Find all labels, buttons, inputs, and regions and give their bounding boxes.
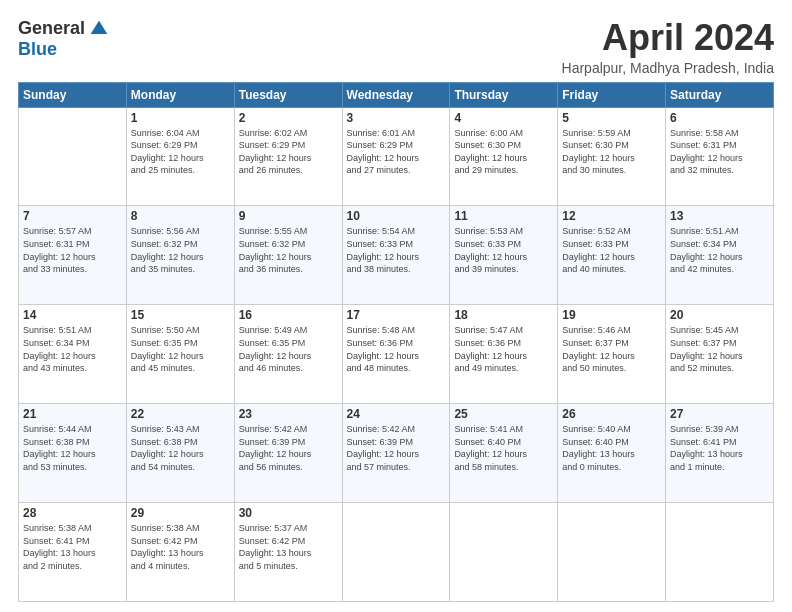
day-number: 2 — [239, 111, 338, 125]
day-info: Sunrise: 5:59 AM Sunset: 6:30 PM Dayligh… — [562, 127, 661, 177]
calendar-cell: 30Sunrise: 5:37 AM Sunset: 6:42 PM Dayli… — [234, 503, 342, 602]
day-number: 30 — [239, 506, 338, 520]
day-info: Sunrise: 5:56 AM Sunset: 6:32 PM Dayligh… — [131, 225, 230, 275]
calendar-cell: 6Sunrise: 5:58 AM Sunset: 6:31 PM Daylig… — [666, 107, 774, 206]
day-number: 13 — [670, 209, 769, 223]
calendar-cell: 26Sunrise: 5:40 AM Sunset: 6:40 PM Dayli… — [558, 404, 666, 503]
day-number: 4 — [454, 111, 553, 125]
calendar-cell — [19, 107, 127, 206]
calendar-cell: 27Sunrise: 5:39 AM Sunset: 6:41 PM Dayli… — [666, 404, 774, 503]
day-info: Sunrise: 5:41 AM Sunset: 6:40 PM Dayligh… — [454, 423, 553, 473]
calendar-cell: 2Sunrise: 6:02 AM Sunset: 6:29 PM Daylig… — [234, 107, 342, 206]
day-number: 15 — [131, 308, 230, 322]
day-info: Sunrise: 6:01 AM Sunset: 6:29 PM Dayligh… — [347, 127, 446, 177]
day-number: 7 — [23, 209, 122, 223]
day-info: Sunrise: 5:38 AM Sunset: 6:42 PM Dayligh… — [131, 522, 230, 572]
day-info: Sunrise: 5:55 AM Sunset: 6:32 PM Dayligh… — [239, 225, 338, 275]
svg-marker-0 — [91, 20, 108, 33]
day-number: 24 — [347, 407, 446, 421]
week-row-3: 21Sunrise: 5:44 AM Sunset: 6:38 PM Dayli… — [19, 404, 774, 503]
day-number: 29 — [131, 506, 230, 520]
day-info: Sunrise: 6:00 AM Sunset: 6:30 PM Dayligh… — [454, 127, 553, 177]
day-number: 5 — [562, 111, 661, 125]
day-info: Sunrise: 5:45 AM Sunset: 6:37 PM Dayligh… — [670, 324, 769, 374]
day-info: Sunrise: 5:39 AM Sunset: 6:41 PM Dayligh… — [670, 423, 769, 473]
day-info: Sunrise: 5:47 AM Sunset: 6:36 PM Dayligh… — [454, 324, 553, 374]
day-number: 16 — [239, 308, 338, 322]
day-number: 17 — [347, 308, 446, 322]
day-info: Sunrise: 5:40 AM Sunset: 6:40 PM Dayligh… — [562, 423, 661, 473]
calendar-cell: 1Sunrise: 6:04 AM Sunset: 6:29 PM Daylig… — [126, 107, 234, 206]
calendar-cell: 12Sunrise: 5:52 AM Sunset: 6:33 PM Dayli… — [558, 206, 666, 305]
calendar-cell: 23Sunrise: 5:42 AM Sunset: 6:39 PM Dayli… — [234, 404, 342, 503]
logo: General Blue — [18, 18, 109, 60]
logo-icon — [89, 19, 109, 39]
day-number: 21 — [23, 407, 122, 421]
day-number: 19 — [562, 308, 661, 322]
calendar-cell: 24Sunrise: 5:42 AM Sunset: 6:39 PM Dayli… — [342, 404, 450, 503]
weekday-header-tuesday: Tuesday — [234, 82, 342, 107]
calendar-cell: 18Sunrise: 5:47 AM Sunset: 6:36 PM Dayli… — [450, 305, 558, 404]
calendar-cell — [450, 503, 558, 602]
day-info: Sunrise: 5:58 AM Sunset: 6:31 PM Dayligh… — [670, 127, 769, 177]
calendar-cell: 15Sunrise: 5:50 AM Sunset: 6:35 PM Dayli… — [126, 305, 234, 404]
day-info: Sunrise: 5:48 AM Sunset: 6:36 PM Dayligh… — [347, 324, 446, 374]
calendar-cell: 25Sunrise: 5:41 AM Sunset: 6:40 PM Dayli… — [450, 404, 558, 503]
day-info: Sunrise: 5:51 AM Sunset: 6:34 PM Dayligh… — [670, 225, 769, 275]
day-number: 26 — [562, 407, 661, 421]
calendar-cell: 19Sunrise: 5:46 AM Sunset: 6:37 PM Dayli… — [558, 305, 666, 404]
day-number: 18 — [454, 308, 553, 322]
day-number: 9 — [239, 209, 338, 223]
weekday-header-monday: Monday — [126, 82, 234, 107]
day-info: Sunrise: 5:38 AM Sunset: 6:41 PM Dayligh… — [23, 522, 122, 572]
logo-blue-text: Blue — [18, 39, 57, 60]
calendar-cell: 8Sunrise: 5:56 AM Sunset: 6:32 PM Daylig… — [126, 206, 234, 305]
calendar-cell — [342, 503, 450, 602]
week-row-1: 7Sunrise: 5:57 AM Sunset: 6:31 PM Daylig… — [19, 206, 774, 305]
weekday-header-sunday: Sunday — [19, 82, 127, 107]
week-row-4: 28Sunrise: 5:38 AM Sunset: 6:41 PM Dayli… — [19, 503, 774, 602]
day-info: Sunrise: 5:42 AM Sunset: 6:39 PM Dayligh… — [347, 423, 446, 473]
day-info: Sunrise: 5:43 AM Sunset: 6:38 PM Dayligh… — [131, 423, 230, 473]
calendar-cell: 20Sunrise: 5:45 AM Sunset: 6:37 PM Dayli… — [666, 305, 774, 404]
day-info: Sunrise: 5:53 AM Sunset: 6:33 PM Dayligh… — [454, 225, 553, 275]
day-info: Sunrise: 5:37 AM Sunset: 6:42 PM Dayligh… — [239, 522, 338, 572]
day-number: 8 — [131, 209, 230, 223]
day-info: Sunrise: 5:50 AM Sunset: 6:35 PM Dayligh… — [131, 324, 230, 374]
day-number: 6 — [670, 111, 769, 125]
calendar-cell: 17Sunrise: 5:48 AM Sunset: 6:36 PM Dayli… — [342, 305, 450, 404]
day-number: 14 — [23, 308, 122, 322]
title-section: April 2024 Harpalpur, Madhya Pradesh, In… — [562, 18, 774, 76]
weekday-header-friday: Friday — [558, 82, 666, 107]
header: General Blue April 2024 Harpalpur, Madhy… — [18, 18, 774, 76]
calendar-cell: 9Sunrise: 5:55 AM Sunset: 6:32 PM Daylig… — [234, 206, 342, 305]
calendar-cell: 21Sunrise: 5:44 AM Sunset: 6:38 PM Dayli… — [19, 404, 127, 503]
calendar-cell: 7Sunrise: 5:57 AM Sunset: 6:31 PM Daylig… — [19, 206, 127, 305]
day-info: Sunrise: 5:46 AM Sunset: 6:37 PM Dayligh… — [562, 324, 661, 374]
weekday-header-saturday: Saturday — [666, 82, 774, 107]
weekday-header-row: SundayMondayTuesdayWednesdayThursdayFrid… — [19, 82, 774, 107]
logo-general-text: General — [18, 18, 85, 39]
calendar-cell: 4Sunrise: 6:00 AM Sunset: 6:30 PM Daylig… — [450, 107, 558, 206]
day-number: 23 — [239, 407, 338, 421]
calendar-cell: 16Sunrise: 5:49 AM Sunset: 6:35 PM Dayli… — [234, 305, 342, 404]
calendar-cell: 11Sunrise: 5:53 AM Sunset: 6:33 PM Dayli… — [450, 206, 558, 305]
day-info: Sunrise: 5:44 AM Sunset: 6:38 PM Dayligh… — [23, 423, 122, 473]
day-info: Sunrise: 5:51 AM Sunset: 6:34 PM Dayligh… — [23, 324, 122, 374]
day-info: Sunrise: 5:42 AM Sunset: 6:39 PM Dayligh… — [239, 423, 338, 473]
day-number: 25 — [454, 407, 553, 421]
calendar-cell: 14Sunrise: 5:51 AM Sunset: 6:34 PM Dayli… — [19, 305, 127, 404]
day-info: Sunrise: 5:54 AM Sunset: 6:33 PM Dayligh… — [347, 225, 446, 275]
week-row-0: 1Sunrise: 6:04 AM Sunset: 6:29 PM Daylig… — [19, 107, 774, 206]
day-number: 11 — [454, 209, 553, 223]
calendar-table: SundayMondayTuesdayWednesdayThursdayFrid… — [18, 82, 774, 602]
calendar-cell: 5Sunrise: 5:59 AM Sunset: 6:30 PM Daylig… — [558, 107, 666, 206]
weekday-header-wednesday: Wednesday — [342, 82, 450, 107]
day-number: 3 — [347, 111, 446, 125]
month-title: April 2024 — [562, 18, 774, 58]
day-info: Sunrise: 5:52 AM Sunset: 6:33 PM Dayligh… — [562, 225, 661, 275]
week-row-2: 14Sunrise: 5:51 AM Sunset: 6:34 PM Dayli… — [19, 305, 774, 404]
location: Harpalpur, Madhya Pradesh, India — [562, 60, 774, 76]
day-number: 27 — [670, 407, 769, 421]
calendar-cell: 28Sunrise: 5:38 AM Sunset: 6:41 PM Dayli… — [19, 503, 127, 602]
